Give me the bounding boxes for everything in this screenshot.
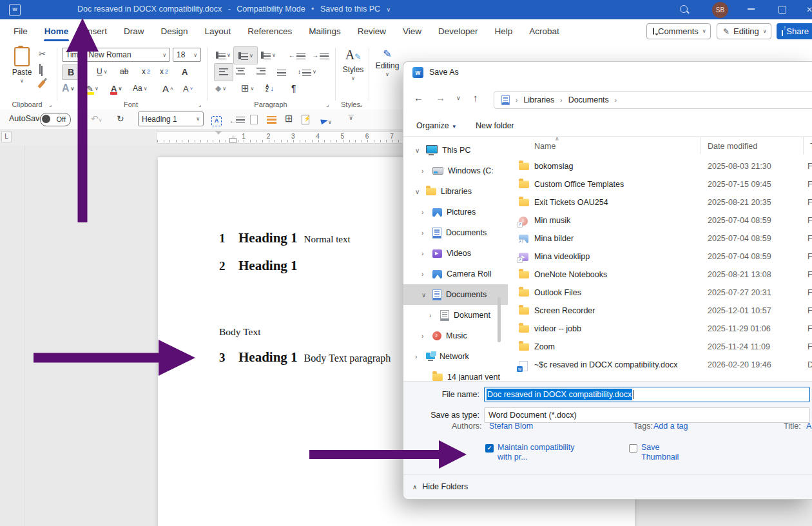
tree-chevron-icon[interactable]: › (421, 250, 428, 257)
clipboard-dialog-launcher[interactable]: ⌟ (49, 101, 52, 108)
tree-chevron-icon[interactable]: ∨ (421, 291, 428, 298)
macro-doc-button[interactable]: ⚡ (302, 115, 309, 126)
tree-chevron-icon[interactable]: › (421, 209, 428, 216)
share-button[interactable]: Share (777, 23, 812, 39)
file-row[interactable]: Exit Tickets OAU254 2025-08-21 20:35 Fil… (510, 194, 812, 212)
show-hide-paragraph-button[interactable]: ¶ (291, 81, 296, 95)
new-folder-button[interactable]: New folder (476, 121, 514, 130)
grow-font-button[interactable]: A˄ (162, 81, 173, 95)
ribbon-tab[interactable]: References (239, 19, 300, 44)
subscript-button[interactable]: x2 (142, 64, 150, 79)
ribbon-tab[interactable]: Acrobat (521, 19, 568, 44)
align-center-button[interactable] (236, 64, 245, 79)
avatar[interactable]: SB (712, 2, 728, 18)
first-line-indent-marker[interactable] (215, 131, 222, 135)
ribbon-tab[interactable]: File (5, 19, 36, 44)
borders-button[interactable]: ⊞∨ (241, 81, 254, 95)
tree-item[interactable]: › Network (403, 346, 508, 367)
highlight-color-button[interactable]: ✎∨ (86, 81, 99, 95)
file-name-input[interactable]: Doc resaved in DOCX compatibility.docx (484, 387, 810, 402)
tree-chevron-icon[interactable]: ∨ (415, 147, 421, 154)
file-row[interactable]: Custom Office Templates 2025-07-15 09:45… (510, 176, 812, 194)
ribbon-tab[interactable]: View (394, 19, 430, 44)
tree-chevron-icon[interactable]: › (421, 333, 428, 340)
ribbon-tab[interactable]: Layout (197, 19, 240, 44)
styles-button[interactable]: A✎ Styles ∨ (339, 48, 367, 81)
multilevel-list-button[interactable]: ∨ (260, 48, 276, 62)
file-row[interactable]: Mina bilder 2025-07-04 08:59 File folder (510, 230, 812, 248)
forward-button[interactable]: → (436, 92, 445, 103)
update-field-button[interactable] (250, 115, 258, 126)
search-icon[interactable] (680, 5, 688, 13)
shading-button[interactable]: ◆∨ (215, 81, 226, 95)
ribbon-tab[interactable]: Design (153, 19, 197, 44)
organize-button[interactable]: Organize▼ (416, 121, 457, 130)
tree-item[interactable]: › Videos (403, 243, 508, 264)
cut-button[interactable]: ✂ (39, 49, 46, 59)
column-header-name[interactable]: Name (534, 142, 556, 151)
superscript-button[interactable]: x2 (160, 64, 168, 79)
column-header-date[interactable]: Date modified (708, 142, 757, 151)
ribbon-tab[interactable]: Insert (77, 19, 115, 44)
decrease-indent-button[interactable]: ← (289, 48, 305, 62)
tree-item[interactable]: › Windows (C: (403, 161, 508, 181)
saved-status[interactable]: Saved to this PC (320, 5, 380, 14)
file-row[interactable]: OneNote Notebooks 2025-08-21 13:08 File … (510, 266, 812, 284)
indent-marker-button[interactable]: ← (229, 115, 245, 125)
minimize-button[interactable] (748, 8, 755, 10)
tree-item[interactable]: › Pictures (403, 202, 508, 222)
shrink-font-button[interactable]: A˅ (183, 81, 193, 95)
font-dialog-launcher[interactable]: ⌟ (198, 101, 201, 108)
redo-button[interactable]: ↻ (117, 113, 124, 124)
tree-chevron-icon[interactable]: › (415, 353, 421, 360)
table-grid-button[interactable]: ⊞ (285, 113, 293, 124)
tab-selector[interactable]: L (1, 132, 12, 142)
ribbon-tab[interactable]: Review (349, 19, 394, 44)
highlight-lines-button[interactable] (267, 115, 276, 126)
file-row[interactable]: Min musik 2025-07-04 08:59 File folder (510, 212, 812, 230)
file-row[interactable]: Zoom 2025-11-24 11:09 File folder (510, 338, 812, 356)
breadcrumb-item-libraries[interactable]: Libraries (523, 95, 554, 104)
paste-button[interactable]: Paste ∨ (8, 47, 36, 84)
maximize-button[interactable] (778, 6, 786, 14)
ribbon-tab[interactable]: Mailings (300, 19, 349, 44)
tree-item[interactable]: ∨ Libraries (403, 181, 508, 202)
tree-chevron-icon[interactable]: › (421, 271, 428, 278)
line-spacing-button[interactable]: ↕∨ (298, 64, 316, 79)
tree-chevron-icon[interactable]: › (429, 312, 436, 319)
file-row[interactable]: bokomslag 2025-08-03 21:30 File folder (510, 158, 812, 176)
close-button[interactable]: ✕ (806, 5, 812, 14)
left-indent-marker[interactable] (229, 138, 237, 143)
file-row[interactable]: Outlook Files 2025-07-27 20:31 File fold… (510, 284, 812, 302)
bold-button[interactable]: B (62, 64, 80, 80)
qat-overflow-button[interactable]: —∨ (348, 113, 354, 120)
tree-item[interactable]: › Documents (403, 222, 508, 243)
tree-item[interactable]: 14 januari vent (403, 367, 508, 381)
ribbon-tab[interactable]: Draw (115, 19, 153, 44)
tree-chevron-icon[interactable]: › (421, 229, 428, 237)
font-color-button[interactable]: A∨ (111, 81, 122, 95)
sort-button[interactable]: AZ↓ (266, 81, 274, 95)
tree-item[interactable]: › Music (403, 326, 508, 346)
styles-dialog-launcher[interactable]: ⌟ (360, 101, 362, 108)
justify-button[interactable] (277, 64, 286, 79)
numbering-button[interactable]: ∨ (233, 46, 258, 64)
paragraph-dialog-launcher[interactable]: ⌟ (326, 101, 329, 108)
file-row[interactable]: videor -- jobb 2025-11-29 01:06 File fol… (510, 320, 812, 338)
sort-ascending-icon[interactable]: ∧ (555, 136, 559, 142)
file-row[interactable]: Mina videoklipp 2025-07-04 08:59 File fo… (510, 248, 812, 266)
authors-value[interactable]: Stefan Blom (489, 422, 533, 431)
column-divider[interactable] (803, 137, 804, 154)
change-case-button[interactable]: Aa∨ (133, 81, 148, 95)
undo-button[interactable]: ↶∨ (91, 113, 102, 124)
font-size-combo[interactable]: 18∨ (173, 48, 201, 62)
text-effects-button[interactable]: A∨ (62, 81, 74, 95)
autosave-toggle[interactable]: Off (40, 113, 71, 126)
tree-item[interactable]: ∨ This PC (403, 140, 508, 161)
tree-chevron-icon[interactable]: ∨ (415, 188, 421, 195)
add-tag-link[interactable]: Add a tag (653, 422, 688, 431)
font-name-combo[interactable]: Times New Roman∨ (62, 48, 170, 62)
maintain-compatibility-checkbox[interactable]: ✓ (485, 444, 494, 453)
title-value[interactable]: A (806, 422, 811, 431)
file-row[interactable]: Screen Recorder 2025-12-01 10:57 File fo… (510, 302, 812, 320)
